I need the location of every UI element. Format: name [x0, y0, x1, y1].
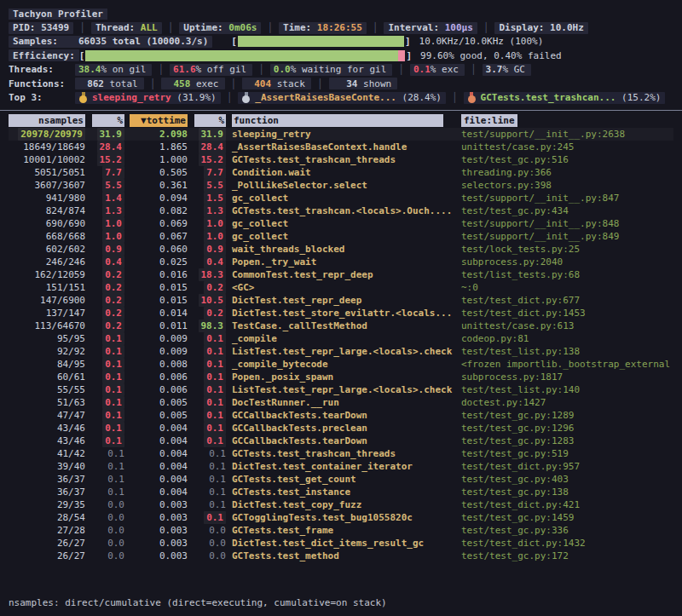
- direct-pct-cell: 0.1: [85, 409, 124, 422]
- top3-entry-1[interactable]: sleeping_retry (31.9%): [75, 92, 221, 104]
- table-row[interactable]: 26/270.00.0030.0GCTests.test_methodtest/…: [9, 550, 673, 562]
- column-header-function[interactable]: function: [226, 114, 456, 128]
- table-row[interactable]: 84/950.10.0080.1_compile_bytecode<frozen…: [9, 358, 673, 371]
- function-cell: CommonTest.test_repr_deep: [226, 268, 456, 281]
- column-header-tottime-sorted[interactable]: ▼tottime: [124, 114, 188, 127]
- divider: │: [483, 22, 489, 33]
- table-row[interactable]: 824/8741.30.0821.3GCTests.test_trashcan.…: [9, 204, 673, 217]
- file-line-cell: <frozen importlib._bootstrap_external: [456, 358, 673, 371]
- direct-pct-cell: 1.0: [85, 217, 124, 230]
- divider: │: [231, 78, 237, 89]
- table-row[interactable]: 941/9801.40.0941.5gc_collecttest/support…: [9, 192, 673, 204]
- cumulative-pct-cell: 18.3: [188, 268, 226, 281]
- cumulative-pct-cell: 0.1: [188, 498, 226, 511]
- table-row[interactable]: 41/420.10.0040.1GCTests.test_trashcan_th…: [9, 447, 673, 460]
- table-row[interactable]: 5051/50517.70.5057.7Condition.waitthread…: [9, 166, 673, 179]
- column-header-nsamples[interactable]: nsamples: [9, 114, 85, 127]
- nsamples-cell: 47/47: [9, 409, 85, 422]
- function-cell: Condition.wait: [226, 166, 456, 179]
- waiting-gil-stat: 0.0% waiting for gil: [270, 64, 392, 76]
- table-row[interactable]: 668/6681.00.0671.0gc_collecttest/support…: [9, 230, 673, 243]
- file-line-cell: doctest.py:1427: [456, 396, 673, 409]
- divider: │: [267, 22, 273, 33]
- samples-rate-bar: [238, 36, 404, 47]
- direct-pct-cell: 0.1: [85, 345, 124, 358]
- nsamples-cell: 36/37: [9, 486, 85, 498]
- table-row[interactable]: 29/350.00.0030.1DictTest.test_copy_fuzzt…: [9, 498, 673, 511]
- functions-exec-stat: 458 exec: [161, 78, 224, 89]
- table-row[interactable]: 137/1470.20.0140.2DictTest.test_store_ev…: [9, 307, 673, 320]
- table-row[interactable]: 10001/1000215.21.00015.2GCTests.test_tra…: [9, 153, 673, 166]
- file-line-cell: test/test_gc.py:403: [456, 473, 673, 486]
- table-row[interactable]: 690/6901.00.0691.0gc_collecttest/support…: [9, 217, 673, 230]
- file-line-cell: test/test_dict.py:1432: [456, 537, 673, 550]
- table-row[interactable]: 28/540.00.0030.1GCTogglingTests.test_bug…: [9, 511, 673, 524]
- table-row[interactable]: 47/470.10.0050.1GCCallbackTests.tearDown…: [9, 409, 673, 422]
- table-row[interactable]: 602/6020.90.0600.9wait_threads_blockedte…: [9, 243, 673, 256]
- tottime-cell: 0.025: [124, 256, 188, 268]
- function-cell: GCCallbackTests.preclean: [226, 422, 456, 435]
- cumulative-pct-cell: 0.4: [188, 256, 226, 268]
- table-row[interactable]: 246/2460.40.0250.4Popen._try_waitsubproc…: [9, 256, 673, 268]
- table-row[interactable]: 55/550.10.0060.1ListTest.test_repr_large…: [9, 383, 673, 396]
- cumulative-pct-cell: 1.3: [188, 204, 226, 217]
- top3-entry-3[interactable]: GCTests.test_trashcan... (15.2%): [464, 92, 666, 104]
- tottime-cell: 0.015: [124, 294, 188, 307]
- table-row[interactable]: 92/920.10.0090.1ListTest.test_repr_large…: [9, 345, 673, 358]
- top3-entry-2[interactable]: _AssertRaisesBaseConte... (28.4%): [238, 92, 446, 104]
- nsamples-cell: 113/64670: [9, 320, 85, 332]
- cumulative-pct-cell: 0.1: [188, 447, 226, 460]
- file-line-cell: test/test_gc.py:519: [456, 447, 673, 460]
- cumulative-pct-cell: 5.5: [188, 179, 226, 192]
- nsamples-cell: 690/690: [9, 217, 85, 230]
- divider: │: [227, 92, 233, 103]
- function-cell: GCTogglingTests.test_bug1055820c: [226, 511, 456, 524]
- table-row[interactable]: 27/280.00.0030.0GCTests.test_frametest/t…: [9, 524, 673, 537]
- efficiency-result-text: 99.60% good, 0.40% failed: [420, 50, 562, 61]
- file-line-cell: unittest/case.py:613: [456, 320, 673, 332]
- profile-table-body: 20978/2097931.92.09831.9sleeping_retryte…: [9, 128, 673, 562]
- cumulative-pct-cell: 0.1: [188, 473, 226, 486]
- table-row[interactable]: 36/370.10.0040.1GCTests.test_get_countte…: [9, 473, 673, 486]
- thread-value: ALL: [141, 22, 158, 33]
- nsamples-cell: 55/55: [9, 383, 85, 396]
- table-row[interactable]: 36/370.10.0040.1GCTests.test_instancetes…: [9, 486, 673, 498]
- cumulative-pct-cell: 28.4: [188, 141, 226, 153]
- tottime-cell: 0.004: [124, 473, 188, 486]
- nsamples-cell: 147/6900: [9, 294, 85, 307]
- table-row[interactable]: 151/1510.20.0150.2<GC>~:0: [9, 281, 673, 294]
- table-row[interactable]: 39/400.10.0040.1DictTest.test_container_…: [9, 460, 673, 473]
- table-row[interactable]: 43/460.10.0040.1GCCallbackTests.tearDown…: [9, 435, 673, 447]
- nsamples-cell: 41/42: [9, 447, 85, 460]
- table-row[interactable]: 162/120590.20.01618.3CommonTest.test_rep…: [9, 268, 673, 281]
- table-row[interactable]: 26/270.00.0030.0DictTest.test_dict_items…: [9, 537, 673, 550]
- table-row[interactable]: 20978/2097931.92.09831.9sleeping_retryte…: [9, 128, 673, 141]
- column-header-cumulative-pct[interactable]: %: [188, 114, 226, 127]
- table-row[interactable]: 43/460.10.0040.1GCCallbackTests.preclean…: [9, 422, 673, 435]
- column-header-file-line[interactable]: file:line: [456, 114, 673, 128]
- tottime-cell: 0.094: [124, 192, 188, 204]
- direct-pct-cell: 0.1: [85, 486, 124, 498]
- uptime-field: Uptime: 0m06s: [179, 22, 261, 34]
- direct-pct-cell: 0.1: [85, 332, 124, 345]
- file-line-cell: test/test_gc.py:434: [456, 204, 673, 217]
- functions-label: Functions:: [9, 78, 75, 89]
- table-row[interactable]: 95/950.10.0090.1_compilecodeop.py:81: [9, 332, 673, 345]
- table-row[interactable]: 3607/36075.50.3615.5_PollLikeSelector.se…: [9, 179, 673, 192]
- file-line-cell: test/test_gc.py:138: [456, 486, 673, 498]
- thread-selector[interactable]: Thread: ALL: [91, 22, 162, 34]
- functions-shown-stat: 34 shown: [329, 78, 398, 89]
- function-cell: DictTest.test_container_iterator: [226, 460, 456, 473]
- table-row[interactable]: 147/69000.20.01510.5DictTest.test_repr_d…: [9, 294, 673, 307]
- table-row[interactable]: 18649/1864928.41.86528.4_AssertRaisesBas…: [9, 141, 673, 153]
- file-line-cell: test/support/__init__.py:849: [456, 230, 673, 243]
- direct-pct-cell: 1.0: [85, 230, 124, 243]
- direct-pct-cell: 5.5: [85, 179, 124, 192]
- table-row[interactable]: 113/646700.20.01198.3TestCase._callTestM…: [9, 320, 673, 332]
- table-row[interactable]: 60/610.10.0060.1Popen._posix_spawnsubpro…: [9, 371, 673, 383]
- footer: nsamples: direct/cumulative (direct=exec…: [9, 568, 673, 616]
- file-line-cell: unittest/case.py:245: [456, 141, 673, 153]
- status-bar: PID: 53499 │ Thread: ALL │ Uptime: 0m06s…: [9, 20, 673, 34]
- table-row[interactable]: 51/630.10.0050.1DocTestRunner.__rundocte…: [9, 396, 673, 409]
- column-header-direct-pct[interactable]: %: [85, 114, 124, 127]
